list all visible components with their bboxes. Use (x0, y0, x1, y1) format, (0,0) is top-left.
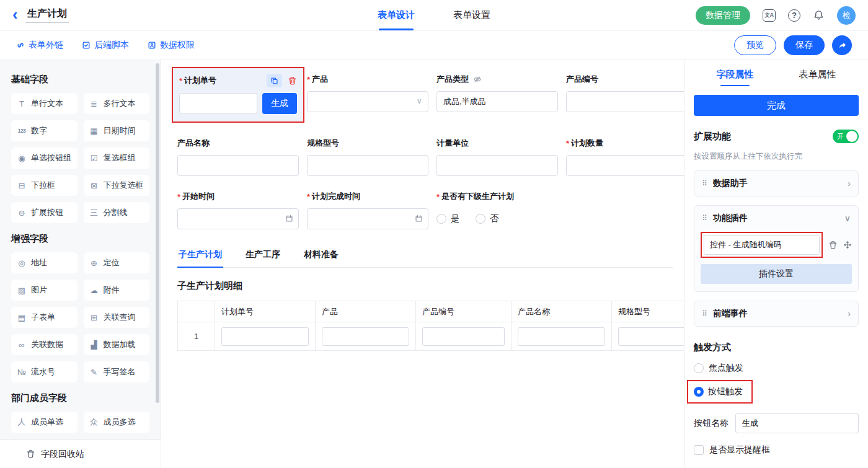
button-name-input[interactable] (735, 413, 859, 433)
tab-material-prep[interactable]: 材料准备 (303, 245, 340, 267)
field-start-time[interactable]: *开始时间 (177, 191, 299, 229)
sidebar-scrollbar[interactable] (156, 63, 159, 403)
field-product-type[interactable]: 产品类型 (436, 74, 558, 112)
sidebar-item-subform[interactable]: ▤子表单 (11, 307, 78, 328)
sidebar-item-image[interactable]: ▨图片 (11, 280, 78, 301)
tab-form-design[interactable]: 表单设计 (378, 0, 415, 30)
radio-yes[interactable]: 是 (436, 213, 459, 224)
tab-form-settings[interactable]: 表单设置 (453, 0, 490, 30)
sidebar-item-geolocation[interactable]: ⊕定位 (84, 252, 150, 273)
cell-input-product-code[interactable] (422, 327, 505, 346)
field-label: 分割线 (104, 207, 128, 218)
form-external-link[interactable]: 表单外链 (16, 40, 63, 51)
preview-button[interactable]: 预览 (734, 35, 776, 55)
checkbox[interactable] (694, 445, 704, 455)
plugin-name-input[interactable]: 控件 - 生成随机编码 (704, 235, 820, 255)
data-permission-link[interactable]: 数据权限 (148, 40, 195, 51)
sidebar-item-address[interactable]: ◎地址 (11, 252, 78, 273)
spec-model-input[interactable] (307, 155, 428, 176)
link-icon (16, 41, 25, 50)
card-frontend-event-header[interactable]: ⠿ 前端事件 › (694, 301, 858, 326)
backend-script-link[interactable]: 后端脚本 (82, 40, 129, 51)
field-has-sub-plan[interactable]: *是否有下级生产计划 是 否 (436, 191, 558, 229)
delete-field-button[interactable] (288, 76, 297, 86)
sidebar-item-checkbox-group[interactable]: ☑复选框组 (84, 148, 150, 169)
avatar[interactable]: 检 (837, 6, 856, 25)
field-spec-model[interactable]: 规格型号 (307, 138, 428, 176)
sidebar-item-serial-number[interactable]: №流水号 (11, 361, 78, 382)
generate-button[interactable]: 生成 (262, 93, 297, 114)
plan-no-input[interactable] (179, 93, 257, 114)
sidebar-item-attachment[interactable]: ☁附件 (84, 280, 150, 301)
back-icon[interactable]: ‹ (12, 9, 18, 20)
sidebar-item-member-multi[interactable]: 众成员多选 (84, 412, 150, 433)
product-code-input[interactable] (566, 91, 684, 112)
move-plugin-handle[interactable] (843, 241, 852, 249)
sidebar-item-divider[interactable]: 三分割线 (84, 202, 150, 223)
tab-form-properties[interactable]: 表单属性 (776, 60, 859, 89)
card-plugin-header[interactable]: ⠿ 功能插件 ∨ (694, 206, 858, 231)
page-title[interactable]: 生产计划 (25, 7, 69, 23)
save-button[interactable]: 保存 (784, 35, 825, 55)
sidebar-item-dropdown-multi[interactable]: ⊠下拉复选框 (84, 175, 150, 196)
field-product[interactable]: *产品 ∨ (307, 74, 428, 112)
field-plan-no[interactable]: *计划单号 生成 (179, 74, 297, 114)
cell-input-product-name[interactable] (518, 327, 605, 346)
copy-field-button[interactable] (267, 74, 282, 87)
card-data-helper-header[interactable]: ⠿ 数据助手 › (694, 171, 858, 196)
data-manage-button[interactable]: 数据管理 (696, 6, 750, 25)
field-label: 成员单选 (31, 417, 63, 428)
finish-time-input[interactable] (307, 208, 428, 229)
field-recycle-bin[interactable]: 字段回收站 (0, 439, 161, 468)
delete-plugin-button[interactable] (828, 241, 838, 250)
tab-production-process[interactable]: 生产工序 (244, 245, 281, 267)
product-select[interactable] (307, 91, 428, 112)
sidebar-item-linked-query[interactable]: ⊞关联查询 (84, 307, 150, 328)
reminder-checkbox-row[interactable]: 是否显示提醒框 (694, 444, 859, 456)
bell-icon[interactable] (813, 9, 825, 21)
radio-button-trigger[interactable]: 按钮触发 (694, 386, 743, 397)
plugin-settings-button[interactable]: 插件设置 (701, 264, 852, 284)
share-button[interactable] (832, 35, 852, 55)
drag-handle-icon[interactable]: ⠿ (702, 214, 707, 223)
sidebar-item-data-load[interactable]: ▟数据加载 (84, 334, 150, 355)
sidebar-item-member-single[interactable]: 人成员单选 (11, 412, 78, 433)
start-time-input[interactable] (177, 208, 299, 229)
cell-input-product[interactable] (322, 327, 409, 346)
product-type-input[interactable] (436, 91, 558, 112)
sidebar-item-dropdown[interactable]: ⊟下拉框 (11, 175, 78, 196)
sidebar-item-single-line-text[interactable]: T单行文本 (11, 93, 78, 114)
cell-input-spec-model[interactable] (618, 327, 684, 346)
translate-icon[interactable]: 文A (763, 9, 776, 22)
extension-toggle[interactable]: 开 (833, 130, 859, 143)
sidebar-item-radio-group[interactable]: ◉单选按钮组 (11, 148, 78, 169)
sidebar-item-linked-data[interactable]: ∞关联数据 (11, 334, 78, 355)
sidebar-item-multiline-text[interactable]: ≣多行文本 (84, 93, 150, 114)
drag-handle-icon[interactable]: ⠿ (702, 179, 707, 188)
tab-sub-production-plan[interactable]: 子生产计划 (177, 245, 223, 267)
help-icon[interactable]: ? (788, 9, 800, 22)
chevron-down-icon: ∨ (844, 213, 851, 223)
drag-handle-icon[interactable]: ⠿ (702, 309, 707, 318)
field-label: 地址 (31, 257, 47, 268)
field-unit[interactable]: 计量单位 (436, 138, 558, 176)
sidebar-item-signature[interactable]: ✎手写签名 (84, 361, 150, 382)
property-panel: 字段属性 表单属性 完成 扩展功能 开 按设置顺序从上往下依次执行完 ⠿ 数据助… (684, 60, 868, 468)
chevron-right-icon: › (848, 309, 851, 319)
field-finish-time[interactable]: *计划完成时间 (307, 191, 428, 229)
field-plan-qty[interactable]: *计划数量 (566, 138, 684, 176)
tab-field-properties[interactable]: 字段属性 (694, 60, 776, 89)
product-name-input[interactable] (177, 155, 299, 176)
done-button[interactable]: 完成 (694, 95, 859, 116)
field-product-name[interactable]: 产品名称 (177, 138, 299, 176)
field-product-code[interactable]: 产品编号 (566, 74, 684, 112)
cell-input-plan-no[interactable] (221, 327, 309, 346)
unit-input[interactable] (436, 155, 558, 176)
required-mark: * (307, 192, 310, 201)
sidebar-item-datetime[interactable]: ▦日期时间 (84, 120, 150, 141)
sidebar-item-number[interactable]: 123数字 (11, 120, 78, 141)
sidebar-item-extend-button[interactable]: ⊖扩展按钮 (11, 202, 78, 223)
radio-no[interactable]: 否 (476, 213, 498, 224)
radio-focus-trigger[interactable]: 焦点触发 (694, 363, 859, 374)
plan-qty-input[interactable] (566, 155, 684, 176)
